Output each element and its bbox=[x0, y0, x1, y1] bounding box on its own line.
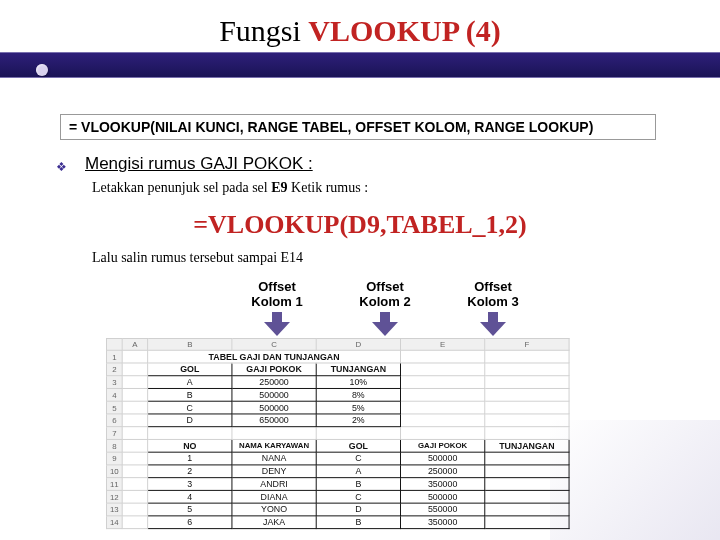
cell: 1 bbox=[148, 452, 232, 465]
cell: 500000 bbox=[232, 388, 316, 401]
cell: YONO bbox=[232, 503, 316, 516]
col-E: E bbox=[400, 338, 484, 350]
t1-h0: GOL bbox=[148, 363, 232, 376]
table-row: 7 bbox=[106, 427, 569, 440]
table-row: 10 2 DENY A 250000 bbox=[106, 465, 569, 478]
cell: 350000 bbox=[400, 516, 484, 529]
off3-l1: Offset bbox=[474, 279, 512, 294]
title-part2: VLOOKUP (4) bbox=[308, 14, 501, 47]
cell: A bbox=[316, 465, 400, 478]
cell bbox=[485, 452, 569, 465]
heading-text: Mengisi rumus GAJI POKOK : bbox=[85, 154, 313, 174]
table-row: 2 GOL GAJI POKOK TUNJANGAN bbox=[106, 363, 569, 376]
row-hdr: 2 bbox=[106, 363, 122, 376]
corner-cell bbox=[106, 338, 122, 350]
cell: DIANA bbox=[232, 490, 316, 503]
col-D: D bbox=[316, 338, 400, 350]
cell: NANA bbox=[232, 452, 316, 465]
t2-h3: GAJI POKOK bbox=[400, 439, 484, 452]
off3-l2: Kolom 3 bbox=[467, 294, 518, 309]
cell: A bbox=[148, 376, 232, 389]
cell: B bbox=[316, 516, 400, 529]
cell: 500000 bbox=[232, 401, 316, 414]
offset-col-2: Offset Kolom 2 bbox=[342, 280, 428, 334]
cell: 550000 bbox=[400, 503, 484, 516]
bullet-dot bbox=[36, 64, 48, 76]
cell: 250000 bbox=[232, 376, 316, 389]
row-hdr: 14 bbox=[106, 516, 122, 529]
row-hdr: 11 bbox=[106, 478, 122, 491]
formula-display: =VLOOKUP(D9,TABEL_1,2) bbox=[0, 210, 720, 240]
cell: D bbox=[148, 414, 232, 427]
row-hdr: 4 bbox=[106, 388, 122, 401]
row-hdr: 10 bbox=[106, 465, 122, 478]
row-hdr: 3 bbox=[106, 376, 122, 389]
copy-note: Lalu salin rumus tersebut sampai E14 bbox=[92, 250, 303, 266]
t1-h1: GAJI POKOK bbox=[232, 363, 316, 376]
row-hdr: 1 bbox=[106, 350, 122, 363]
table-row: 11 3 ANDRI B 350000 bbox=[106, 478, 569, 491]
table-row: 1 TABEL GAJI DAN TUNJANGAN bbox=[106, 350, 569, 363]
spreadsheet: A B C D E F 1 TABEL GAJI DAN TUNJANGAN 2… bbox=[106, 338, 570, 529]
syntax-box: = VLOOKUP(NILAI KUNCI, RANGE TABEL, OFFS… bbox=[60, 114, 656, 140]
cell: 650000 bbox=[232, 414, 316, 427]
off2-l2: Kolom 2 bbox=[359, 294, 410, 309]
cell: JAKA bbox=[232, 516, 316, 529]
off1-l1: Offset bbox=[258, 279, 296, 294]
cell bbox=[485, 465, 569, 478]
cell bbox=[485, 490, 569, 503]
cell: 250000 bbox=[400, 465, 484, 478]
cell: 6 bbox=[148, 516, 232, 529]
instr-cell: E9 bbox=[271, 180, 287, 195]
cell: 8% bbox=[316, 388, 400, 401]
slide-title: Fungsi VLOOKUP (4) bbox=[0, 14, 720, 48]
table-row: 14 6 JAKA B 350000 bbox=[106, 516, 569, 529]
offset-labels: Offset Kolom 1 Offset Kolom 2 Offset Kol… bbox=[234, 280, 536, 334]
off2-l1: Offset bbox=[366, 279, 404, 294]
spreadsheet-table: A B C D E F 1 TABEL GAJI DAN TUNJANGAN 2… bbox=[106, 338, 570, 529]
heading-row: ❖ Mengisi rumus GAJI POKOK : bbox=[56, 154, 313, 174]
col-C: C bbox=[232, 338, 316, 350]
table-row: 13 5 YONO D 550000 bbox=[106, 503, 569, 516]
cell: DENY bbox=[232, 465, 316, 478]
cell: 5 bbox=[148, 503, 232, 516]
cell: C bbox=[148, 401, 232, 414]
table-row: 6 D 650000 2% bbox=[106, 414, 569, 427]
cell: B bbox=[316, 478, 400, 491]
row-hdr: 9 bbox=[106, 452, 122, 465]
offset-label-2: Offset Kolom 2 bbox=[342, 280, 428, 310]
cell bbox=[485, 503, 569, 516]
offset-col-3: Offset Kolom 3 bbox=[450, 280, 536, 334]
cell bbox=[485, 478, 569, 491]
offset-label-1: Offset Kolom 1 bbox=[234, 280, 320, 310]
table-row: 4 B 500000 8% bbox=[106, 388, 569, 401]
instr-post: Ketik rumus : bbox=[288, 180, 369, 195]
bullet-icon: ❖ bbox=[56, 160, 67, 175]
cell: B bbox=[148, 388, 232, 401]
table-row: 9 1 NANA C 500000 bbox=[106, 452, 569, 465]
header-ribbon bbox=[0, 52, 720, 78]
t2-h1: NAMA KARYAWAN bbox=[232, 439, 316, 452]
cell bbox=[485, 516, 569, 529]
row-hdr: 7 bbox=[106, 427, 122, 440]
col-B: B bbox=[148, 338, 232, 350]
t1-h2: TUNJANGAN bbox=[316, 363, 400, 376]
cell: 350000 bbox=[400, 478, 484, 491]
cell: ANDRI bbox=[232, 478, 316, 491]
syntax-text: = VLOOKUP(NILAI KUNCI, RANGE TABEL, OFFS… bbox=[69, 119, 593, 135]
col-header-row: A B C D E F bbox=[106, 338, 569, 350]
row-hdr: 5 bbox=[106, 401, 122, 414]
cell: 2 bbox=[148, 465, 232, 478]
cell: 2% bbox=[316, 414, 400, 427]
t2-h4: TUNJANGAN bbox=[485, 439, 569, 452]
t2-h2: GOL bbox=[316, 439, 400, 452]
corner-shade bbox=[550, 420, 720, 540]
title-part1: Fungsi bbox=[219, 14, 308, 47]
arrow-down-icon bbox=[375, 312, 395, 334]
instruction-line: Letakkan penunjuk sel pada sel E9 Ketik … bbox=[92, 180, 368, 196]
cell: 500000 bbox=[400, 452, 484, 465]
offset-col-1: Offset Kolom 1 bbox=[234, 280, 320, 334]
table-row: 5 C 500000 5% bbox=[106, 401, 569, 414]
cell: 10% bbox=[316, 376, 400, 389]
off1-l2: Kolom 1 bbox=[251, 294, 302, 309]
